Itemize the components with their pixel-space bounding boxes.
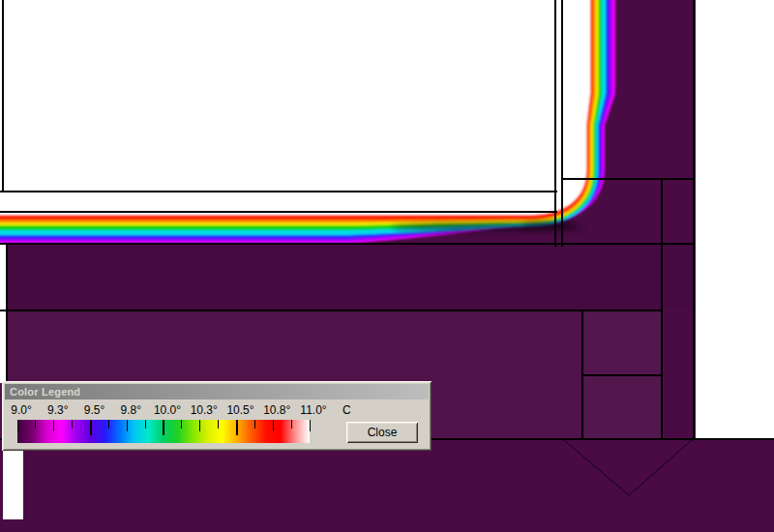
boundary-line-left-sliver xyxy=(6,244,8,383)
legend-unit-label: C xyxy=(342,403,351,417)
boundary-line-right-column xyxy=(693,0,695,440)
legend-tick xyxy=(254,420,255,429)
legend-tick xyxy=(291,420,292,429)
boundary-line-wall-horizontal xyxy=(561,178,695,180)
isotherm-bands xyxy=(0,0,615,244)
v-notch-outline xyxy=(564,439,693,495)
boundary-line-footing-mid xyxy=(581,374,663,376)
close-button[interactable]: Close xyxy=(346,422,418,443)
legend-tick xyxy=(310,420,311,431)
legend-label: 10.5° xyxy=(226,403,253,417)
legend-tick xyxy=(218,420,219,429)
dialog-titlebar[interactable]: Color Legend xyxy=(5,384,429,399)
legend-tick xyxy=(17,420,18,431)
isotherm-region-white xyxy=(0,0,590,215)
legend-tick xyxy=(53,420,54,431)
legend-label: 9.8° xyxy=(121,403,141,417)
legend-tick xyxy=(163,420,164,435)
legend-label: 11.0° xyxy=(300,403,326,417)
legend-label: 10.8° xyxy=(263,403,290,417)
legend-tick xyxy=(90,420,92,435)
legend-label: 10.3° xyxy=(191,403,218,417)
legend-label: 9.5° xyxy=(84,403,104,417)
legend-tick xyxy=(181,420,182,429)
legend-tick xyxy=(236,420,238,435)
boundary-line-wall-inner-1 xyxy=(554,0,556,247)
legend-tick xyxy=(199,420,200,431)
legend-tick xyxy=(72,420,73,429)
legend-color-bar xyxy=(17,420,310,443)
boundary-line-slab-top xyxy=(0,243,693,245)
boundary-line-floor-surface xyxy=(0,191,557,192)
legend-tick xyxy=(108,420,109,429)
legend-tick xyxy=(35,420,36,429)
legend-tick xyxy=(127,420,128,431)
legend-label: 9.0° xyxy=(11,403,31,417)
warm-region-right-column xyxy=(696,0,774,438)
legend-label: 9.3° xyxy=(47,403,68,417)
legend-tick xyxy=(273,420,274,431)
boundary-line-slab-mid xyxy=(0,310,663,311)
boundary-line-wall-inner-2 xyxy=(561,0,563,247)
warm-strip-bottom-left xyxy=(3,451,23,519)
thermal-simulation-canvas: Color Legend 9.0°9.3°9.5°9.8°10.0°10.3°1… xyxy=(0,0,774,532)
thermal-plot xyxy=(0,0,774,532)
legend-label: 10.0° xyxy=(154,403,181,417)
cold-compression-smear-corner xyxy=(521,222,575,229)
legend-tick xyxy=(145,420,146,429)
color-legend-dialog: Color Legend 9.0°9.3°9.5°9.8°10.0°10.3°1… xyxy=(2,381,432,451)
boundary-line-floor-layer xyxy=(0,211,557,213)
boundary-line-wall-outer xyxy=(661,179,663,440)
boundary-line-room-left xyxy=(2,0,4,192)
legend-tick-labels: 9.0°9.3°9.5°9.8°10.0°10.3°10.5°10.8°11.0… xyxy=(2,403,432,417)
dialog-title: Color Legend xyxy=(10,386,80,398)
